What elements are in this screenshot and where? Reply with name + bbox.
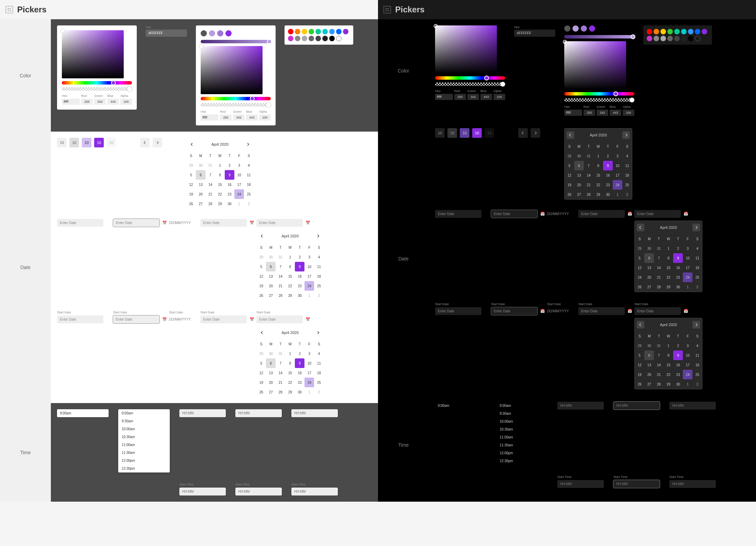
calendar-day[interactable]: 10 [304,262,314,271]
calendar-day[interactable]: 22 [664,370,673,379]
calendar-day[interactable]: 28 [205,199,215,209]
alpha-thumb[interactable] [127,87,132,91]
calendar-day[interactable]: 25 [314,378,324,387]
alpha-slider[interactable] [435,82,505,86]
calendar-day[interactable]: 20 [644,272,654,282]
calendar-day[interactable]: 12 [186,180,196,189]
saturation-field[interactable] [62,30,124,78]
calendar-day[interactable]: 1 [683,379,692,389]
calendar-day[interactable]: 26 [635,379,644,389]
swatch[interactable] [660,36,666,41]
calendar-day[interactable]: 6 [266,358,276,368]
calendar-day[interactable]: 5 [256,358,266,368]
calendar-day[interactable]: 16 [603,170,613,180]
date-field[interactable]: 📅 [113,315,159,323]
calendar-day[interactable]: 21 [205,189,215,199]
swatch[interactable] [688,36,693,41]
calendar-day[interactable]: 15 [285,271,295,281]
calendar-day[interactable]: 21 [584,180,593,190]
calendar-day[interactable]: 30 [196,160,205,170]
swatch[interactable] [309,36,314,41]
calendar-day[interactable]: 18 [692,263,702,272]
calendar-day[interactable]: 2 [295,252,304,262]
calendar-day[interactable]: 6 [644,253,654,263]
time-input[interactable] [235,488,282,495]
calendar-day[interactable]: 16 [673,263,683,272]
swatch-dot[interactable] [589,25,595,32]
time-option[interactable]: 11:30am [118,449,170,457]
calendar-day[interactable]: 27 [644,379,654,389]
calendar-day[interactable]: 14 [205,180,215,189]
swatch[interactable] [681,29,687,34]
date-input[interactable] [57,219,106,227]
calendar-day[interactable]: 2 [314,291,324,300]
swatch[interactable] [322,29,328,34]
calendar-day[interactable]: 29 [215,199,225,209]
calendar-day[interactable]: 23 [295,281,304,291]
time-input[interactable] [179,409,226,417]
date-input[interactable] [256,219,305,227]
calendar-day[interactable]: 3 [683,244,692,253]
calendar-day[interactable]: 19 [565,180,574,190]
calendar-day[interactable]: 1 [304,387,314,397]
calendar-day[interactable]: 19 [635,272,644,282]
swatch[interactable] [295,29,300,34]
calendar-day[interactable]: 20 [196,189,205,199]
calendar-day[interactable]: 30 [295,387,304,397]
calendar-day[interactable]: 8 [285,262,295,271]
calendar-day[interactable]: 30 [673,282,683,292]
calendar-day[interactable]: 30 [295,291,304,300]
calendar-day[interactable]: 17 [683,360,692,370]
calendar-day[interactable]: 8 [664,253,673,263]
calendar-day[interactable]: 31 [584,151,593,161]
date-input[interactable] [435,210,484,218]
date-input[interactable] [435,307,484,315]
swatch[interactable] [660,29,666,34]
date-field[interactable]: 📅 [491,210,537,218]
calendar-day[interactable]: 12 [256,271,266,281]
time-option[interactable]: 9:00am [118,409,170,417]
date-field[interactable]: 📅 [491,307,537,315]
swatch-dot[interactable] [564,25,570,32]
calendar-day[interactable]: 15 [664,263,673,272]
calendar-day[interactable]: 2 [692,379,702,389]
calendar-day[interactable]: 29 [664,379,673,389]
alpha-slider[interactable] [62,87,132,91]
prev-month-button[interactable] [258,329,266,336]
calendar-day[interactable]: 13 [644,360,654,370]
calendar-day[interactable]: 5 [635,350,644,360]
prev-month-button[interactable] [258,232,266,240]
calendar-day[interactable]: 24 [304,281,314,291]
calendar-day[interactable]: 30 [574,151,584,161]
calendar-day[interactable]: 1 [664,244,673,253]
calendar-day[interactable]: 9 [295,262,304,271]
calendar-day[interactable]: 8 [215,170,225,180]
blue-input[interactable] [246,114,258,121]
alpha-slider[interactable] [201,103,271,107]
swatch[interactable] [667,36,673,41]
calendar-day[interactable]: 1 [613,190,622,199]
calendar-day[interactable]: 13 [644,263,654,272]
calendar-day[interactable]: 17 [613,170,622,180]
calendar-day[interactable]: 27 [644,282,654,292]
saturation-field[interactable] [201,46,263,94]
date-input[interactable] [200,219,249,227]
time-option[interactable]: 9:30am [118,417,170,425]
time-input[interactable] [557,402,604,410]
calendar-day[interactable]: 11 [244,170,254,180]
swatch-dot[interactable] [201,30,207,36]
swatch[interactable] [288,29,293,34]
date-input[interactable] [634,210,683,218]
calendar-day[interactable]: 4 [692,244,702,253]
time-option[interactable]: 12:30pm [118,465,170,472]
swatch[interactable] [667,29,673,34]
calendar-day[interactable]: 7 [654,350,664,360]
calendar-day[interactable]: 28 [584,190,593,199]
hue-slider[interactable] [564,92,634,96]
alpha-thumb[interactable] [630,98,634,102]
calendar-day[interactable]: 22 [664,272,673,282]
calendar-day[interactable]: 9 [673,253,683,263]
time-dropdown[interactable]: 9:00am9:30am10:00am10:30am11:00am11:30am… [118,409,170,472]
calendar-day[interactable]: 25 [692,370,702,379]
calendar-day[interactable]: 7 [276,358,285,368]
